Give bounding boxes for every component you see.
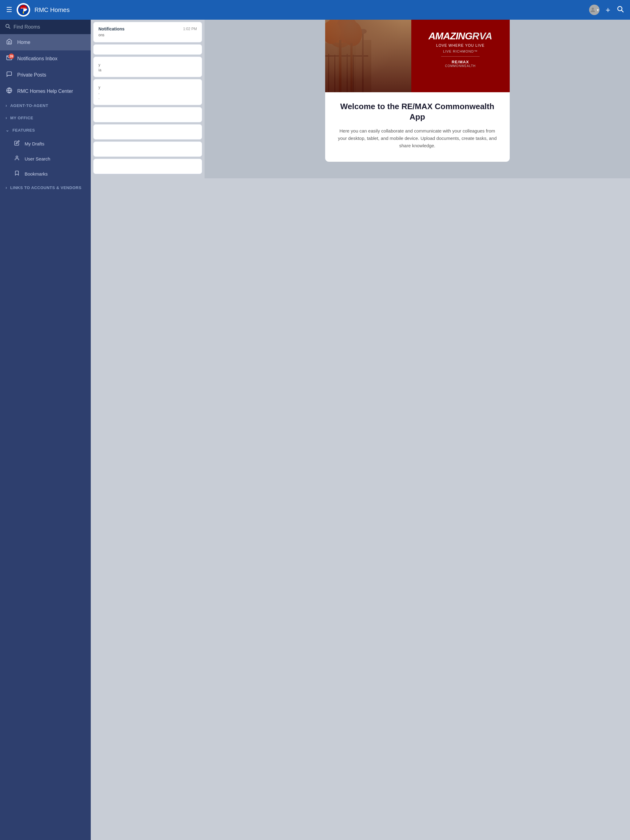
svg-rect-23 bbox=[362, 31, 364, 92]
svg-rect-32 bbox=[350, 43, 353, 92]
remax-brand-sub: COMMONWEALTH bbox=[445, 64, 476, 68]
sidebar-item-notifications-label: Notifications Inbox bbox=[17, 56, 57, 62]
content-area: ✏ nalize Notifications 1:02 PM ons bbox=[91, 0, 630, 178]
help-center-icon bbox=[6, 87, 13, 95]
sidebar-item-home-label: Home bbox=[17, 39, 30, 45]
user-search-label: User Search bbox=[25, 156, 50, 161]
user-avatar[interactable]: ▾ bbox=[589, 5, 600, 15]
sidebar-section-features[interactable]: ⌄ FEATURES bbox=[0, 124, 91, 136]
channel-time: 1:02 PM bbox=[183, 27, 197, 31]
features-chevron: ⌄ bbox=[6, 128, 9, 133]
svg-point-30 bbox=[325, 21, 340, 44]
sidebar-section-my-office[interactable]: › MY OFFICE bbox=[0, 112, 91, 124]
svg-rect-15 bbox=[356, 40, 371, 92]
channel-item[interactable] bbox=[93, 124, 202, 140]
channel-preview: yia bbox=[98, 62, 197, 73]
sidebar-item-private-posts-label: Private Posts bbox=[17, 72, 46, 78]
channel-preview: ons bbox=[98, 33, 197, 38]
agent-to-agent-chevron: › bbox=[6, 103, 7, 108]
bookmarks-label: Bookmarks bbox=[25, 171, 47, 177]
svg-line-7 bbox=[9, 27, 10, 28]
main-content: AmazingRVA LOVE WHERE YOU LIVE LIVE RICH… bbox=[204, 0, 630, 178]
channel-name: Notifications bbox=[98, 27, 125, 32]
channel-item[interactable] bbox=[93, 107, 202, 122]
links-vendors-chevron: › bbox=[6, 185, 7, 190]
features-label: FEATURES bbox=[13, 128, 35, 133]
svg-rect-22 bbox=[325, 55, 368, 57]
sidebar-item-home[interactable]: Home bbox=[0, 34, 91, 51]
main-wrapper: ✏ nalize Notifications 1:02 PM ons bbox=[91, 0, 630, 178]
amazing-rva-title: AmazingRVA bbox=[429, 31, 492, 41]
welcome-description: Here you can easily collaborate and comm… bbox=[337, 127, 497, 149]
add-icon[interactable]: + bbox=[606, 5, 610, 15]
my-office-chevron: › bbox=[6, 115, 7, 120]
channel-item[interactable] bbox=[93, 159, 202, 174]
svg-point-29 bbox=[343, 22, 362, 46]
amazing-rva-tagline: LIVE RICHMOND™ bbox=[443, 49, 477, 53]
sidebar-item-private-posts[interactable]: Private Posts bbox=[0, 67, 91, 83]
welcome-card: AmazingRVA LOVE WHERE YOU LIVE LIVE RICH… bbox=[325, 6, 510, 162]
channel-preview: y,. bbox=[98, 85, 197, 100]
svg-rect-14 bbox=[337, 37, 359, 92]
sidebar-section-links-vendors[interactable]: › LINKS TO ACCOUNTS & VENDORS bbox=[0, 182, 91, 194]
channel-list-items: Notifications 1:02 PM ons bbox=[91, 17, 204, 178]
sidebar: Find Rooms Home 39 Notifications Inbox P… bbox=[0, 20, 91, 840]
amazing-rva-subtitle: LOVE WHERE YOU LIVE bbox=[436, 43, 485, 47]
svg-rect-18 bbox=[334, 55, 335, 92]
sidebar-item-user-search[interactable]: User Search bbox=[0, 151, 91, 166]
search-icon[interactable] bbox=[616, 5, 624, 14]
sidebar-item-bookmarks[interactable]: Bookmarks bbox=[0, 166, 91, 182]
channel-item[interactable] bbox=[93, 141, 202, 157]
welcome-title: Welcome to the RE/MAX Commonwealth App bbox=[337, 101, 497, 122]
user-search-icon bbox=[14, 155, 20, 163]
sidebar-section-agent-to-agent[interactable]: › AGENT-TO-AGENT bbox=[0, 99, 91, 112]
svg-line-5 bbox=[622, 11, 624, 12]
private-posts-icon bbox=[6, 71, 13, 79]
hamburger-menu-icon[interactable]: ☰ bbox=[6, 6, 12, 13]
channel-list: ✏ nalize Notifications 1:02 PM ons bbox=[91, 0, 204, 178]
svg-text:RE/MAX: RE/MAX bbox=[21, 7, 26, 9]
notification-badge: 39 bbox=[9, 54, 14, 59]
welcome-body: Welcome to the RE/MAX Commonwealth App H… bbox=[325, 92, 510, 162]
my-drafts-label: My Drafts bbox=[25, 141, 44, 146]
svg-point-3 bbox=[592, 8, 594, 10]
svg-rect-19 bbox=[340, 55, 342, 92]
header-actions: ▾ + bbox=[589, 5, 624, 15]
channel-item[interactable]: yia bbox=[93, 57, 202, 77]
sidebar-item-help-center-label: RMC Homes Help Center bbox=[17, 88, 73, 94]
channel-item[interactable] bbox=[93, 44, 202, 55]
svg-rect-21 bbox=[353, 55, 354, 92]
sidebar-search-placeholder: Find Rooms bbox=[14, 24, 40, 30]
sidebar-item-help-center[interactable]: RMC Homes Help Center bbox=[0, 83, 91, 99]
channel-item[interactable]: y,. bbox=[93, 79, 202, 105]
channel-item[interactable]: Notifications 1:02 PM ons bbox=[93, 22, 202, 43]
app-logo: RE/MAX bbox=[17, 3, 30, 17]
svg-rect-1 bbox=[23, 11, 24, 14]
sidebar-search-icon bbox=[5, 24, 11, 30]
bookmarks-icon bbox=[14, 171, 20, 177]
agent-to-agent-label: AGENT-TO-AGENT bbox=[10, 103, 48, 108]
svg-rect-17 bbox=[328, 54, 329, 92]
home-icon bbox=[6, 38, 13, 46]
sidebar-search[interactable]: Find Rooms bbox=[0, 20, 91, 34]
svg-point-11 bbox=[16, 156, 18, 158]
sidebar-item-my-drafts[interactable]: My Drafts bbox=[0, 136, 91, 151]
my-office-label: MY OFFICE bbox=[10, 115, 33, 120]
svg-point-24 bbox=[359, 29, 367, 34]
remax-divider bbox=[441, 56, 480, 57]
svg-rect-13 bbox=[325, 43, 340, 92]
my-drafts-icon bbox=[14, 140, 20, 147]
svg-rect-31 bbox=[339, 40, 342, 92]
app-header: ☰ RE/MAX RMC Homes ▾ + bbox=[0, 0, 630, 20]
sidebar-item-notifications[interactable]: 39 Notifications Inbox bbox=[0, 51, 91, 67]
app-title: RMC Homes bbox=[35, 6, 585, 14]
remax-brand-name: RE/MAX bbox=[445, 60, 476, 64]
remax-brand: RE/MAX COMMONWEALTH bbox=[445, 60, 476, 68]
svg-rect-20 bbox=[347, 54, 348, 92]
links-vendors-label: LINKS TO ACCOUNTS & VENDORS bbox=[10, 185, 82, 190]
